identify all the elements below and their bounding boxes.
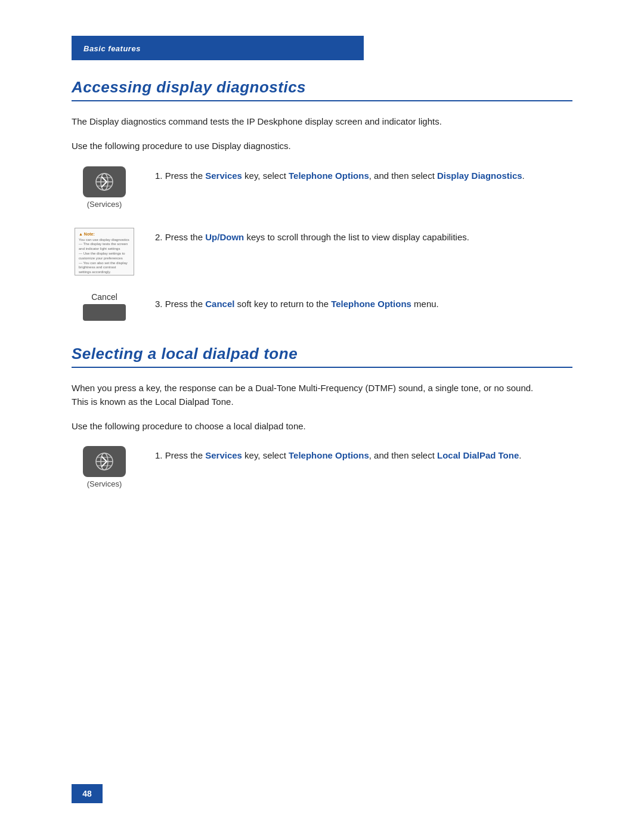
section2-step-1-services-bold: Services bbox=[205, 450, 242, 460]
step-1-text-end: . bbox=[522, 171, 525, 181]
page-number: 48 bbox=[72, 784, 103, 803]
services-button-icon-2 bbox=[83, 446, 126, 477]
section2-step-1-local-dialpad: Local DialPad Tone bbox=[437, 450, 519, 460]
step-2-number: 2. bbox=[155, 232, 163, 242]
section2-title: Selecting a local dialpad tone bbox=[72, 345, 572, 368]
section2-step-1-text-mid: key, select bbox=[242, 450, 289, 460]
step-2-image-col: ▲ Note: You can use display diagnostics … bbox=[72, 225, 137, 275]
step-1-text-then: , and then select bbox=[369, 171, 437, 181]
section1-title: Accessing display diagnostics bbox=[72, 78, 572, 101]
step-1-text-before: Press the bbox=[165, 171, 206, 181]
cancel-button-rect bbox=[83, 304, 126, 321]
step-1-text-mid: key, select bbox=[242, 171, 289, 181]
services-icon-svg-2 bbox=[92, 451, 117, 472]
step-3-row: Cancel 3. Press the Cancel soft key to r… bbox=[72, 292, 572, 321]
section2-intro1: When you press a key, the response can b… bbox=[72, 381, 537, 409]
section2-step-1-telephone-options: Telephone Options bbox=[289, 450, 369, 460]
section2-intro2: Use the following procedure to choose a … bbox=[72, 419, 537, 433]
step-1-icon-label: (Services) bbox=[87, 200, 122, 209]
step-3-text-before: Press the bbox=[165, 299, 206, 309]
section2-step-1-icon-label: (Services) bbox=[87, 479, 122, 488]
step-3-text: 3. Press the Cancel soft key to return t… bbox=[155, 292, 572, 311]
section2-step-1-row: (Services) 1. Press the Services key, se… bbox=[72, 444, 572, 488]
step-1-display-diagnostics: Display Diagnostics bbox=[437, 171, 522, 181]
section2-step-1-text-end: . bbox=[519, 450, 521, 460]
step-3-text-end: menu. bbox=[411, 299, 439, 309]
step-1-telephone-options: Telephone Options bbox=[289, 171, 369, 181]
step-3-number: 3. bbox=[155, 299, 163, 309]
step-3-telephone-options: Telephone Options bbox=[331, 299, 411, 309]
warning-note-lines: You can use display diagnostics — The di… bbox=[79, 238, 129, 275]
step-2-text: 2. Press the Up/Down keys to scroll thro… bbox=[155, 225, 572, 244]
step-3-cancel-bold: Cancel bbox=[205, 299, 234, 309]
warning-note-image: ▲ Note: You can use display diagnostics … bbox=[75, 228, 134, 275]
step-1-services-bold: Services bbox=[205, 171, 242, 181]
step-2-updown-bold: Up/Down bbox=[205, 232, 244, 242]
section2-step-1-text-before: Press the bbox=[165, 450, 206, 460]
header-banner-text: Basic features bbox=[83, 44, 141, 53]
section1-intro2: Use the following procedure to use Displ… bbox=[72, 139, 537, 153]
step-1-number: 1. bbox=[155, 171, 163, 181]
step-3-text-mid: soft key to return to the bbox=[234, 299, 331, 309]
page-container: Basic features Accessing display diagnos… bbox=[0, 0, 644, 833]
step-2-text-after: keys to scroll through the list to view … bbox=[244, 232, 469, 242]
header-banner: Basic features bbox=[72, 36, 364, 60]
section1-intro1: The Display diagnostics command tests th… bbox=[72, 114, 537, 128]
cancel-label: Cancel bbox=[91, 292, 117, 302]
step-2-row: ▲ Note: You can use display diagnostics … bbox=[72, 225, 572, 275]
section2-step-1-number: 1. bbox=[155, 450, 163, 460]
step-1-image-col: (Services) bbox=[72, 164, 137, 209]
step-1-row: (Services) 1. Press the Services key, se… bbox=[72, 164, 572, 209]
section2-step-1-image-col: (Services) bbox=[72, 444, 137, 488]
services-icon-svg-1 bbox=[92, 171, 117, 193]
section-accessing-display-diagnostics: Accessing display diagnostics The Displa… bbox=[72, 78, 572, 321]
step-1-text: 1. Press the Services key, select Teleph… bbox=[155, 164, 572, 182]
step-2-text-before: Press the bbox=[165, 232, 206, 242]
section2-step-1-text: 1. Press the Services key, select Teleph… bbox=[155, 444, 572, 462]
section2-steps: (Services) 1. Press the Services key, se… bbox=[72, 444, 572, 488]
services-button-icon-1 bbox=[83, 166, 126, 197]
section1-steps: (Services) 1. Press the Services key, se… bbox=[72, 164, 572, 321]
section-selecting-dialpad-tone: Selecting a local dialpad tone When you … bbox=[72, 345, 572, 489]
page-footer: 48 bbox=[72, 784, 103, 803]
step-3-image-col: Cancel bbox=[72, 292, 137, 321]
warning-note-title: ▲ Note: bbox=[79, 231, 95, 237]
section2-step-1-text-then: , and then select bbox=[369, 450, 437, 460]
